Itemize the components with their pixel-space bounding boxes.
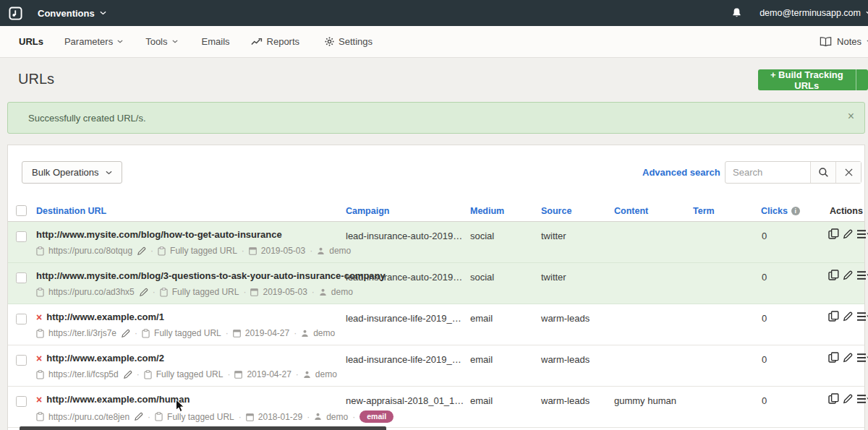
row-menu-icon[interactable] bbox=[856, 353, 868, 363]
chevron-down-icon bbox=[106, 171, 112, 175]
tab-settings[interactable]: Settings bbox=[325, 36, 373, 47]
app-logo-icon[interactable] bbox=[9, 7, 22, 20]
edit-short-url-icon[interactable] bbox=[137, 246, 146, 256]
clicks-cell: 0 bbox=[762, 272, 767, 283]
short-url[interactable]: https://puru.co/te8jen bbox=[48, 412, 129, 422]
advanced-search-link[interactable]: Advanced search bbox=[642, 167, 720, 178]
tab-tools[interactable]: Tools bbox=[145, 36, 177, 47]
created-by: demo bbox=[326, 412, 348, 422]
copy-icon[interactable] bbox=[828, 270, 839, 280]
terminus-app: Conventions demo@terminusapp.com URLs Pa… bbox=[0, 0, 868, 430]
bell-icon[interactable] bbox=[731, 7, 742, 19]
clipboard-icon[interactable] bbox=[36, 370, 44, 379]
edit-short-url-icon[interactable] bbox=[134, 412, 143, 421]
calendar-icon bbox=[246, 413, 254, 421]
campaign-cell: new-appraisal-2018_01_1… bbox=[346, 395, 464, 406]
row-checkbox[interactable] bbox=[16, 272, 27, 283]
row-menu-icon[interactable] bbox=[856, 270, 868, 280]
row-checkbox[interactable] bbox=[16, 231, 27, 242]
destination-url[interactable]: http://www.mysite.com/blog/how-to-get-au… bbox=[36, 229, 282, 240]
destination-url[interactable]: http://www.example.com/2 bbox=[46, 353, 164, 364]
short-url[interactable]: https://ter.li/fcsp5d bbox=[48, 369, 119, 379]
tab-emails[interactable]: Emails bbox=[202, 36, 230, 47]
copy-icon[interactable] bbox=[828, 228, 839, 239]
destination-url[interactable]: http://www.mysite.com/blog/3-questions-t… bbox=[36, 270, 386, 281]
build-tracking-urls-caret-button[interactable] bbox=[856, 69, 868, 90]
reports-chart-icon bbox=[251, 38, 263, 46]
copy-icon[interactable] bbox=[828, 352, 839, 363]
clipboard-icon[interactable] bbox=[36, 288, 44, 297]
separator: · bbox=[137, 369, 140, 379]
clipboard-icon bbox=[155, 412, 163, 421]
clipboard-icon[interactable] bbox=[36, 329, 44, 338]
row-checkbox[interactable] bbox=[16, 355, 27, 366]
created-by: demo bbox=[313, 328, 335, 338]
col-medium[interactable]: Medium bbox=[470, 206, 504, 216]
separator: · bbox=[135, 328, 137, 338]
tab-reports[interactable]: Reports bbox=[251, 36, 300, 47]
invalid-x-icon: × bbox=[36, 395, 42, 405]
bulk-operations-button[interactable]: Bulk Operations bbox=[22, 161, 122, 184]
bottom-dark-strip bbox=[20, 426, 386, 430]
row-checkbox[interactable] bbox=[16, 314, 27, 324]
edit-pencil-icon[interactable] bbox=[843, 311, 853, 322]
separator: · bbox=[243, 287, 246, 297]
calendar-icon bbox=[234, 370, 242, 379]
edit-pencil-icon[interactable] bbox=[843, 394, 853, 404]
source-cell: warm-leads bbox=[541, 395, 590, 406]
clipboard-icon bbox=[158, 246, 166, 256]
user-icon bbox=[314, 413, 322, 421]
row-menu-icon[interactable] bbox=[856, 229, 868, 239]
source-cell: twitter bbox=[541, 231, 566, 241]
short-url[interactable]: https://puru.co/ad3hx5 bbox=[48, 287, 135, 297]
search-box bbox=[725, 161, 861, 184]
search-input[interactable] bbox=[726, 162, 810, 183]
settings-gear-icon bbox=[325, 37, 334, 46]
separator: · bbox=[227, 369, 230, 379]
col-content[interactable]: Content bbox=[614, 206, 648, 216]
edit-short-url-icon[interactable] bbox=[139, 288, 148, 297]
copy-icon[interactable] bbox=[828, 311, 839, 322]
campaign-cell: lead-insurance-life-2019_… bbox=[346, 313, 461, 324]
clipboard-icon bbox=[142, 329, 150, 338]
main-nav: URLs Parameters Tools Emails Reports Set… bbox=[0, 26, 868, 58]
clear-search-button[interactable] bbox=[835, 162, 861, 183]
tag-status: Fully tagged URL bbox=[154, 328, 221, 338]
destination-url[interactable]: http://www.example.com/human bbox=[46, 394, 190, 405]
row-menu-icon[interactable] bbox=[856, 394, 868, 404]
edit-short-url-icon[interactable] bbox=[123, 370, 132, 379]
clicks-info-icon[interactable]: i bbox=[791, 207, 800, 215]
select-all-checkbox[interactable] bbox=[16, 205, 27, 216]
clipboard-icon[interactable] bbox=[36, 412, 44, 421]
edit-short-url-icon[interactable] bbox=[121, 329, 130, 338]
search-button[interactable] bbox=[810, 162, 835, 183]
conventions-menu[interactable]: Conventions bbox=[38, 8, 106, 19]
build-tracking-urls-button[interactable]: + Build Tracking URLs bbox=[758, 69, 856, 90]
row-menu-icon[interactable] bbox=[856, 311, 868, 322]
account-menu[interactable]: demo@terminusapp.com bbox=[760, 8, 868, 18]
clipboard-icon[interactable] bbox=[36, 246, 44, 256]
alert-close-icon[interactable]: × bbox=[848, 111, 854, 122]
edit-pencil-icon[interactable] bbox=[843, 270, 853, 280]
short-url[interactable]: https://ter.li/3rjs7e bbox=[48, 328, 116, 338]
col-campaign[interactable]: Campaign bbox=[346, 206, 389, 216]
tab-parameters[interactable]: Parameters bbox=[64, 36, 123, 47]
col-clicks[interactable]: Clicksi bbox=[761, 206, 800, 216]
account-email: demo@terminusapp.com bbox=[760, 8, 861, 18]
col-term[interactable]: Term bbox=[693, 206, 715, 216]
table-row: http://www.mysite.com/blog/3-questions-t… bbox=[8, 263, 864, 304]
separator: · bbox=[150, 246, 153, 256]
notes-menu[interactable]: Notes bbox=[820, 36, 868, 47]
col-source[interactable]: Source bbox=[541, 206, 571, 216]
edit-pencil-icon[interactable] bbox=[843, 353, 853, 363]
destination-url[interactable]: http://www.example.com/1 bbox=[46, 311, 164, 322]
edit-pencil-icon[interactable] bbox=[843, 229, 853, 239]
row-checkbox[interactable] bbox=[16, 396, 27, 407]
col-destination-url[interactable]: Destination URL bbox=[36, 206, 106, 216]
copy-icon[interactable] bbox=[828, 393, 839, 404]
table-row: × http://www.example.com/1 https://ter.l… bbox=[8, 304, 864, 345]
tab-urls[interactable]: URLs bbox=[19, 36, 43, 47]
short-url[interactable]: https://puru.co/8otqug bbox=[48, 246, 132, 256]
table-row: × http://www.example.com/human https://p… bbox=[8, 387, 864, 428]
campaign-cell: lead-insurance-life-2019_… bbox=[346, 354, 461, 365]
